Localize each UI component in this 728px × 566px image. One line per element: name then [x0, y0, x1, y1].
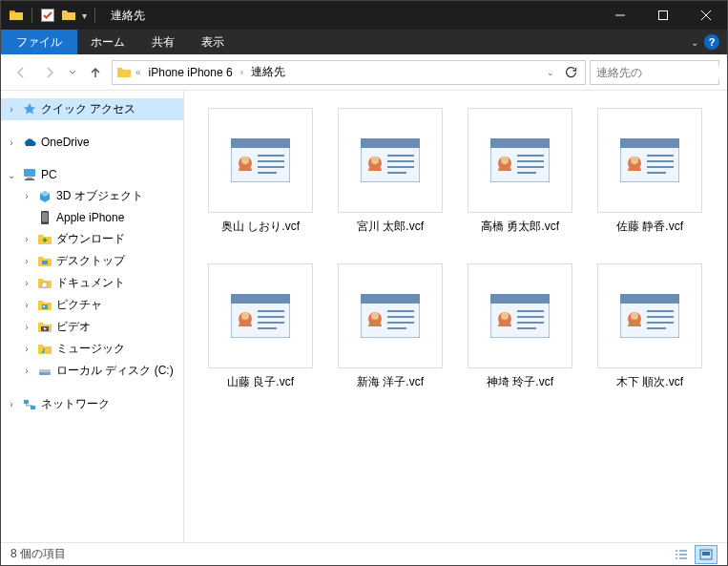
- file-item[interactable]: 宮川 太郎.vcf: [333, 108, 447, 235]
- sidebar-item-onedrive[interactable]: › OneDrive: [1, 132, 183, 153]
- breadcrumb-sep-icon[interactable]: ›: [239, 67, 245, 77]
- svg-rect-48: [620, 138, 679, 148]
- pc-icon: [22, 167, 37, 182]
- device-icon: [37, 210, 52, 225]
- file-thumbnail: [338, 263, 443, 368]
- file-name: 神埼 玲子.vcf: [487, 374, 553, 390]
- breadcrumb-item[interactable]: iPhone iPhone 6: [145, 62, 237, 83]
- sidebar-item-label: PC: [41, 168, 57, 181]
- file-name: 佐藤 静香.vcf: [616, 219, 683, 235]
- nav-row: « iPhone iPhone 6 › 連絡先 ⌄: [1, 54, 727, 91]
- file-thumbnail: [597, 108, 702, 213]
- folder-small-icon[interactable]: [61, 8, 76, 23]
- breadcrumb-sep-icon[interactable]: «: [134, 67, 143, 77]
- file-item[interactable]: 木下 順次.vcf: [593, 263, 707, 390]
- sidebar-item-label: ドキュメント: [56, 275, 125, 291]
- sidebar-item-3d-objects[interactable]: › 3D オブジェクト: [1, 185, 183, 207]
- files-grid: 奥山 しおり.vcf 宮川 太郎.vcf 高橋 勇太郎.vcf 佐藤 静香.vc…: [203, 108, 708, 390]
- sidebar-item-desktop[interactable]: › デスクトップ: [1, 250, 183, 272]
- file-item[interactable]: 新海 洋子.vcf: [333, 263, 447, 390]
- sidebar-item-quick-access[interactable]: › クイック アクセス: [1, 98, 183, 120]
- sidebar-item-label: Apple iPhone: [56, 211, 124, 224]
- file-item[interactable]: 神埼 玲子.vcf: [463, 263, 577, 390]
- svg-rect-56: [231, 294, 290, 304]
- forward-button[interactable]: [37, 60, 62, 85]
- file-name: 高橋 勇太郎.vcf: [481, 219, 559, 235]
- help-icon[interactable]: ?: [704, 34, 719, 50]
- window-controls: [598, 1, 727, 30]
- sidebar-item-network[interactable]: › ネットワーク: [1, 393, 183, 415]
- chevron-right-icon[interactable]: ›: [20, 256, 33, 266]
- sidebar-item-label: クイック アクセス: [41, 101, 135, 117]
- file-item[interactable]: 佐藤 静香.vcf: [593, 108, 707, 235]
- file-tab[interactable]: ファイル: [1, 30, 77, 54]
- svg-rect-22: [31, 406, 35, 409]
- address-bar[interactable]: « iPhone iPhone 6 › 連絡先 ⌄: [112, 60, 586, 85]
- sidebar-item-apple-iphone[interactable]: Apple iPhone: [1, 207, 183, 228]
- sidebar-item-label: ネットワーク: [41, 396, 110, 412]
- maximize-button[interactable]: [641, 1, 684, 30]
- file-item[interactable]: 奥山 しおり.vcf: [203, 108, 318, 235]
- svg-rect-40: [490, 138, 550, 148]
- svg-point-26: [241, 157, 249, 164]
- close-button[interactable]: [684, 1, 727, 30]
- sidebar-item-label: デスクトップ: [56, 253, 125, 269]
- window-title: 連絡先: [105, 8, 598, 24]
- file-name: 山藤 良子.vcf: [227, 374, 294, 390]
- minimize-button[interactable]: [598, 1, 641, 30]
- checkbox-icon[interactable]: [40, 8, 55, 23]
- file-pane[interactable]: 奥山 しおり.vcf 宮川 太郎.vcf 高橋 勇太郎.vcf 佐藤 静香.vc…: [184, 91, 727, 542]
- svg-point-42: [501, 157, 509, 164]
- navigation-pane: › クイック アクセス › OneDrive ⌄ PC › 3D オブジェクト …: [1, 91, 184, 542]
- desktop-icon: [37, 254, 52, 269]
- file-item[interactable]: 高橋 勇太郎.vcf: [463, 108, 577, 235]
- sidebar-item-pictures[interactable]: › ピクチャ: [1, 294, 183, 316]
- file-name: 宮川 太郎.vcf: [357, 219, 424, 235]
- chevron-right-icon[interactable]: ›: [20, 322, 33, 332]
- sidebar-item-downloads[interactable]: › ダウンロード: [1, 228, 183, 250]
- sidebar-item-label: OneDrive: [41, 136, 90, 149]
- svg-rect-2: [658, 11, 667, 20]
- sidebar-item-pc[interactable]: ⌄ PC: [1, 164, 183, 185]
- file-thumbnail: [468, 108, 572, 213]
- sidebar-item-documents[interactable]: › ドキュメント: [1, 272, 183, 294]
- qat-dropdown-icon[interactable]: ▾: [82, 10, 87, 21]
- sidebar-item-local-disk[interactable]: › ローカル ディスク (C:): [1, 360, 183, 382]
- tab-view[interactable]: 表示: [188, 30, 238, 54]
- status-bar: 8 個の項目: [1, 542, 727, 565]
- breadcrumb-item[interactable]: 連絡先: [247, 62, 289, 83]
- ribbon-expand-icon[interactable]: ⌄: [691, 37, 698, 48]
- search-input[interactable]: [591, 66, 728, 79]
- thumbnails-view-button[interactable]: [695, 545, 718, 564]
- folder-icon: [116, 65, 132, 80]
- documents-icon: [37, 276, 52, 291]
- details-view-button[interactable]: [670, 545, 693, 564]
- svg-rect-9: [25, 179, 34, 181]
- address-dropdown-icon[interactable]: ⌄: [543, 68, 558, 77]
- tab-share[interactable]: 共有: [138, 30, 188, 54]
- chevron-right-icon[interactable]: ›: [20, 278, 33, 288]
- sidebar-item-videos[interactable]: › ビデオ: [1, 316, 183, 338]
- chevron-right-icon[interactable]: ›: [5, 104, 18, 115]
- sidebar-item-label: ビデオ: [56, 319, 91, 335]
- music-icon: [37, 342, 52, 357]
- recent-dropdown[interactable]: [66, 60, 79, 85]
- file-item[interactable]: 山藤 良子.vcf: [203, 263, 318, 390]
- refresh-button[interactable]: [560, 66, 581, 79]
- svg-point-58: [241, 312, 249, 320]
- sidebar-item-music[interactable]: › ミュージック: [1, 338, 183, 360]
- tab-home[interactable]: ホーム: [77, 30, 138, 54]
- svg-rect-12: [42, 261, 48, 264]
- chevron-right-icon[interactable]: ›: [20, 344, 33, 354]
- chevron-right-icon[interactable]: ›: [20, 366, 33, 376]
- chevron-down-icon[interactable]: ⌄: [5, 170, 18, 180]
- back-button[interactable]: [9, 60, 33, 85]
- chevron-right-icon[interactable]: ›: [5, 399, 18, 409]
- search-box[interactable]: [590, 60, 719, 85]
- chevron-right-icon[interactable]: ›: [20, 300, 33, 310]
- chevron-right-icon[interactable]: ›: [5, 137, 18, 148]
- chevron-right-icon[interactable]: ›: [20, 191, 33, 201]
- chevron-right-icon[interactable]: ›: [20, 234, 33, 244]
- up-button[interactable]: [83, 60, 108, 85]
- svg-point-66: [371, 312, 379, 320]
